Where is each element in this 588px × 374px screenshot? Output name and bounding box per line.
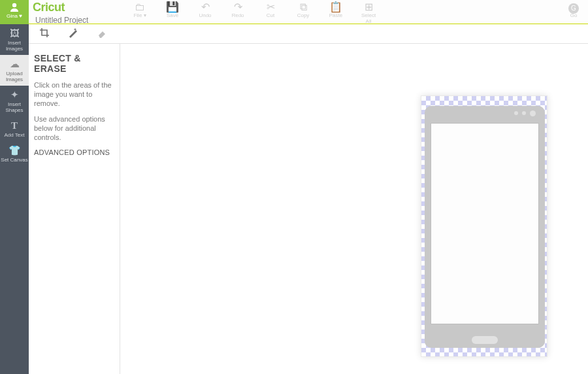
sidebar-item-insert-images[interactable]: 🖼 Insert Images xyxy=(0,24,29,55)
sidebar-item-set-canvas[interactable]: 👕 Set Canvas xyxy=(0,141,29,166)
select-all-button[interactable]: ⊞ Select All xyxy=(359,1,378,24)
rail-label: Insert Shapes xyxy=(5,101,23,113)
sidebar-item-add-text[interactable]: T Add Text xyxy=(0,116,29,141)
magic-wand-icon xyxy=(68,27,78,38)
camera-dot xyxy=(530,110,536,116)
toolbar-spacer-1 xyxy=(392,1,410,12)
file-menu[interactable]: 🗀 File ▾ xyxy=(131,1,149,18)
save-button[interactable]: 💾 Save xyxy=(163,1,182,18)
paste-label: Paste xyxy=(327,12,345,18)
toolbar-spacer-2 xyxy=(425,1,443,12)
cut-label: Cut xyxy=(261,12,280,18)
redo-icon: ↷ xyxy=(229,1,247,13)
cut-button[interactable]: ✂ Cut xyxy=(261,1,280,18)
uploaded-image[interactable] xyxy=(421,95,547,357)
eraser-icon xyxy=(97,27,107,38)
wand-tool[interactable] xyxy=(68,27,78,41)
crop-icon xyxy=(39,27,50,38)
panel-desc-1: Click on the areas of the image you want… xyxy=(34,80,114,108)
phone-sensors xyxy=(514,111,536,116)
user-name: Gina ♥ xyxy=(0,14,29,19)
panel-desc-2: Use advanced options below for additiona… xyxy=(34,114,114,142)
folder-icon: 🗀 xyxy=(131,1,149,13)
advanced-options-link[interactable]: ADVANCED OPTIONS xyxy=(34,148,114,156)
sidebar-item-insert-shapes[interactable]: ✦ Insert Shapes xyxy=(0,86,29,116)
eraser-tool[interactable] xyxy=(97,27,107,41)
shapes-icon: ✦ xyxy=(0,90,29,100)
user-icon xyxy=(9,2,20,12)
user-menu[interactable]: Gina ♥ xyxy=(0,0,29,24)
edit-toolbar xyxy=(29,24,588,44)
blank-icon xyxy=(425,1,443,13)
select-all-label: Select All xyxy=(359,12,378,24)
svg-point-0 xyxy=(12,3,16,7)
go-button[interactable]: G Go xyxy=(564,1,583,18)
phone-artwork xyxy=(425,106,545,348)
file-label: File ▾ xyxy=(131,12,149,18)
left-rail: 🖼 Insert Images ☁ Upload Images ✦ Insert… xyxy=(0,24,29,374)
cut-icon: ✂ xyxy=(261,1,280,13)
phone-screen xyxy=(431,123,539,324)
redo-label: Redo xyxy=(229,12,247,18)
rail-label: Set Canvas xyxy=(1,157,27,163)
sensor-dot xyxy=(514,111,518,115)
go-icon: G xyxy=(564,1,583,13)
project-title[interactable]: Untitled Project xyxy=(35,16,88,25)
save-icon: 💾 xyxy=(163,1,182,13)
undo-label: Undo xyxy=(196,12,214,18)
brand-logo: Cricut xyxy=(33,1,65,14)
select-erase-panel: SELECT & ERASE Click on the areas of the… xyxy=(29,44,120,374)
top-toolbar: 🗀 File ▾ 💾 Save ↶ Undo ↷ Redo ✂ Cut ⧉ Co… xyxy=(131,1,583,23)
phone-home-button xyxy=(472,336,498,344)
blank-icon xyxy=(392,1,410,13)
app-header: Gina ♥ Cricut Untitled Project 🗀 File ▾ … xyxy=(0,0,588,24)
sidebar-item-upload-images[interactable]: ☁ Upload Images xyxy=(0,55,29,86)
sensor-dot xyxy=(522,111,526,115)
rail-label: Add Text xyxy=(5,132,25,138)
copy-label: Copy xyxy=(294,12,312,18)
rail-label: Upload Images xyxy=(6,71,23,82)
text-icon: T xyxy=(0,120,29,131)
paste-icon: 📋 xyxy=(327,1,345,13)
go-label: Go xyxy=(564,12,583,18)
copy-icon: ⧉ xyxy=(294,1,312,13)
select-all-icon: ⊞ xyxy=(359,1,378,13)
paste-button[interactable]: 📋 Paste xyxy=(327,1,345,18)
image-icon: 🖼 xyxy=(0,28,29,39)
rail-label: Insert Images xyxy=(6,40,23,52)
canvas-area[interactable] xyxy=(120,44,588,374)
save-label: Save xyxy=(163,12,182,18)
undo-icon: ↶ xyxy=(196,1,214,13)
crop-tool[interactable] xyxy=(39,27,50,41)
copy-button[interactable]: ⧉ Copy xyxy=(294,1,312,18)
cloud-icon: ☁ xyxy=(0,59,29,69)
panel-title: SELECT & ERASE xyxy=(34,53,114,74)
tshirt-icon: 👕 xyxy=(0,145,29,156)
undo-button[interactable]: ↶ Undo xyxy=(196,1,214,18)
redo-button[interactable]: ↷ Redo xyxy=(229,1,247,18)
